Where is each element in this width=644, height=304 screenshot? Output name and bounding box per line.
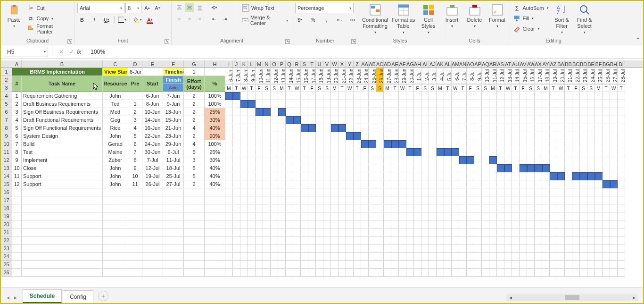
insert-icon (446, 4, 458, 16)
font-size-combo[interactable]: 8 (125, 3, 141, 13)
group-clipboard: Paste ▾ ✂Cut ⧉Copy▾ Format Painter Clipb… (1, 1, 74, 45)
align-top-button[interactable] (174, 3, 184, 12)
percent-button[interactable]: % (308, 15, 318, 25)
orientation-button[interactable]: ⟲▾ (209, 3, 219, 12)
formula-input[interactable]: 100% (86, 49, 643, 55)
svg-rect-30 (447, 8, 457, 15)
align-left-button[interactable]: ≡ (174, 14, 184, 24)
svg-rect-1 (12, 5, 16, 7)
paste-button[interactable]: Paste ▾ (4, 3, 24, 30)
add-sheet-button[interactable]: + (98, 291, 108, 301)
dialog-launcher-icon[interactable]: ⬊ (67, 39, 72, 44)
formula-bar: H5 ✕ ✓ fx 100% (1, 45, 643, 59)
horizontal-scrollbar[interactable]: ◄ ► (506, 294, 638, 301)
scroll-right-icon[interactable]: ► (632, 295, 636, 300)
group-styles: Conditional Formatting▾ Format as Table▾… (358, 1, 442, 45)
group-editing: ∑AutoSum▾ Fill▾ Clear▾ AZSort & Filter▾ … (507, 1, 600, 45)
decrease-decimal-button[interactable]: .00 (348, 15, 357, 25)
merge-center-button[interactable]: Merge & Center▾ (241, 15, 289, 25)
search-icon (578, 4, 591, 16)
font-color-button[interactable]: A▾ (145, 15, 155, 25)
tab-nav-prev[interactable]: ► (13, 295, 18, 300)
group-cells: Insert▾ Delete▾ Format▾ Cells (442, 1, 507, 45)
format-painter-button[interactable]: Format Painter (26, 24, 71, 34)
name-box[interactable]: H5 (4, 47, 48, 57)
copy-button[interactable]: ⧉Copy▾ (26, 13, 71, 24)
format-icon (491, 4, 504, 16)
svg-rect-23 (398, 5, 409, 8)
styles-icon (422, 4, 435, 16)
group-font: Arial 8 A▴ A▾ B I U▾ ▾ ▾ A▾ Font⬊ (74, 1, 172, 45)
fill-color-button[interactable]: ▾ (133, 15, 142, 25)
currency-button[interactable]: $▾ (295, 15, 305, 25)
merge-icon (242, 17, 248, 24)
alignment-label: Alignment (220, 38, 243, 43)
delete-icon (469, 4, 481, 16)
sort-icon: AZ (556, 4, 568, 16)
paste-icon (8, 4, 20, 16)
cancel-formula-button[interactable]: ✕ (56, 49, 66, 55)
sheet-tab-bar: ◄ ► Schedule Config + ◄ ► (1, 287, 643, 303)
spreadsheet-grid[interactable]: ABCDEFGHIJKLMNOPQRSTUVWXYZAAABACADAEAFAG… (1, 60, 643, 287)
find-select-button[interactable]: Find & Select▾ (574, 3, 595, 36)
dialog-launcher-icon[interactable]: ⬊ (351, 39, 356, 44)
decrease-font-button[interactable]: A▾ (153, 3, 162, 13)
number-format-combo[interactable]: Percentage (295, 3, 354, 13)
border-button[interactable]: ▾ (117, 15, 127, 25)
align-center-button[interactable]: ≡ (185, 14, 194, 24)
scroll-left-icon[interactable]: ◄ (508, 295, 513, 300)
format-as-table-button[interactable]: Format as Table▾ (391, 3, 416, 36)
increase-font-button[interactable]: A▴ (142, 3, 152, 13)
sigma-icon: ∑ (513, 4, 520, 12)
svg-rect-35 (514, 16, 520, 19)
autosum-button[interactable]: ∑AutoSum▾ (512, 3, 549, 13)
number-label: Number (316, 38, 334, 43)
fx-button[interactable]: fx (77, 49, 81, 55)
tab-schedule[interactable]: Schedule (23, 289, 62, 303)
cell-styles-button[interactable]: Cell Styles▾ (418, 3, 439, 36)
svg-rect-32 (470, 8, 480, 15)
increase-decimal-button[interactable]: .0 (335, 15, 344, 25)
enter-formula-button[interactable]: ✓ (66, 49, 77, 55)
scroll-thumb[interactable] (565, 295, 579, 300)
editing-label: Editing (545, 38, 561, 43)
svg-rect-29 (429, 10, 434, 15)
tab-config[interactable]: Config (63, 290, 93, 303)
svg-rect-33 (472, 5, 477, 8)
cut-button[interactable]: ✂Cut (26, 3, 71, 13)
dialog-launcher-icon[interactable]: ⬊ (165, 39, 169, 44)
eraser-icon (513, 25, 520, 33)
increase-indent-button[interactable]: ⇥ (220, 14, 229, 24)
comma-button[interactable]: , (322, 15, 331, 25)
wrap-text-button[interactable]: Wrap Text (241, 3, 289, 13)
copy-icon: ⧉ (27, 15, 34, 22)
brush-icon (27, 25, 34, 33)
collapse-ribbon-button[interactable]: ⌃ (635, 36, 641, 44)
dialog-launcher-icon[interactable]: ⬊ (285, 39, 290, 44)
conditional-formatting-button[interactable]: Conditional Formatting▾ (362, 3, 389, 36)
decrease-indent-button[interactable]: ⇤ (209, 14, 219, 24)
fill-button[interactable]: Fill▾ (512, 13, 549, 24)
ribbon: Paste ▾ ✂Cut ⧉Copy▾ Format Painter Clipb… (1, 1, 643, 45)
cells-label: Cells (469, 38, 480, 43)
tab-nav-first[interactable]: ◄ (6, 295, 10, 300)
align-middle-button[interactable] (185, 3, 194, 12)
svg-rect-28 (423, 10, 428, 15)
svg-line-39 (586, 11, 589, 14)
svg-rect-26 (423, 5, 428, 9)
insert-button[interactable]: Insert▾ (442, 3, 462, 30)
font-label: Font (117, 38, 128, 43)
underline-button[interactable]: U▾ (102, 15, 111, 25)
italic-button[interactable]: I (90, 15, 99, 25)
sort-filter-button[interactable]: AZSort & Filter▾ (552, 3, 572, 36)
svg-rect-21 (376, 9, 380, 12)
font-name-combo[interactable]: Arial (77, 3, 124, 13)
delete-button[interactable]: Delete▾ (464, 3, 485, 30)
bold-button[interactable]: B (77, 15, 87, 25)
format-button[interactable]: Format▾ (487, 3, 508, 30)
align-bottom-button[interactable] (195, 3, 205, 12)
svg-point-38 (580, 6, 587, 12)
svg-rect-34 (492, 5, 503, 15)
align-right-button[interactable]: ≡ (195, 14, 205, 24)
clear-button[interactable]: Clear▾ (512, 24, 549, 34)
